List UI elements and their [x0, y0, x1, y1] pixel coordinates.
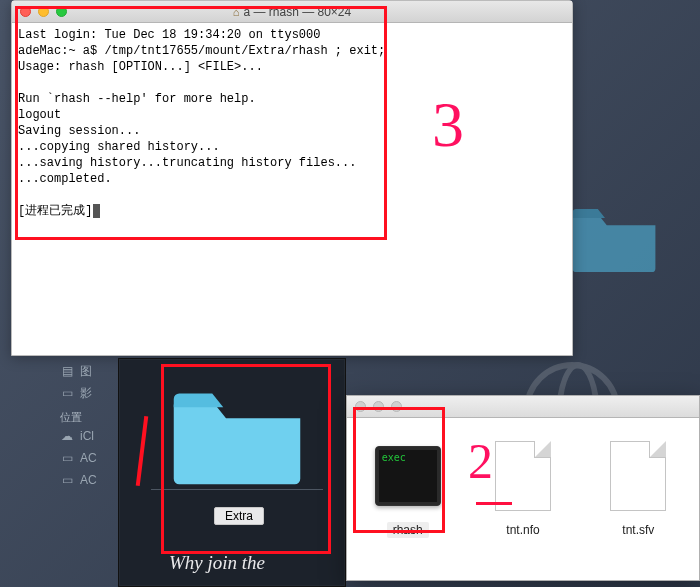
installer-tagline: Why join the: [169, 552, 265, 574]
sidebar-item[interactable]: ▭影: [60, 382, 120, 404]
terminal-line: Saving session...: [18, 124, 140, 138]
terminal-line: [进程已完成]: [18, 204, 92, 218]
terminal-title: ⌂a — rhash — 80×24: [12, 5, 572, 19]
extra-folder-icon[interactable]: [165, 377, 309, 487]
terminal-line: ...saving history...truncating history f…: [18, 156, 356, 170]
terminal-line: Last login: Tue Dec 18 19:34:20 on ttys0…: [18, 28, 320, 42]
finder-window: exec rhash tnt.nfo tnt.sfv: [346, 395, 700, 581]
close-icon[interactable]: [355, 401, 366, 412]
terminal-line: ...copying shared history...: [18, 140, 220, 154]
file-tnt-nfo[interactable]: tnt.nfo: [480, 438, 565, 538]
file-grid: exec rhash tnt.nfo tnt.sfv: [347, 418, 699, 558]
installer-panel: Extra Why join the: [118, 358, 346, 587]
background-folder-icon: [568, 200, 660, 272]
terminal-line: adeMac:~ a$ /tmp/tnt17655/mount/Extra/rh…: [18, 44, 385, 58]
terminal-window: ⌂a — rhash — 80×24 Last login: Tue Dec 1…: [11, 0, 573, 356]
document-icon: [610, 441, 666, 511]
file-rhash[interactable]: exec rhash: [365, 438, 450, 538]
document-icon: [495, 441, 551, 511]
sidebar-heading: 位置: [60, 410, 120, 425]
terminal-cursor: [93, 204, 100, 218]
file-label: rhash: [387, 522, 429, 538]
finder-sidebar: ▤图 ▭影 位置 ☁iCl ▭AC ▭AC: [60, 360, 120, 560]
sidebar-item[interactable]: ▭AC: [60, 469, 120, 491]
sidebar-item[interactable]: ▭AC: [60, 447, 120, 469]
file-tnt-sfv[interactable]: tnt.sfv: [596, 438, 681, 538]
exec-icon: exec: [375, 446, 441, 506]
finder-titlebar[interactable]: [347, 396, 699, 418]
extra-folder-label[interactable]: Extra: [214, 507, 264, 525]
movies-icon: ▭: [60, 386, 74, 400]
terminal-output[interactable]: Last login: Tue Dec 18 19:34:20 on ttys0…: [12, 23, 572, 223]
terminal-titlebar[interactable]: ⌂a — rhash — 80×24: [12, 1, 572, 23]
sidebar-item[interactable]: ☁iCl: [60, 425, 120, 447]
disk-icon: ▭: [60, 451, 74, 465]
maximize-icon[interactable]: [391, 401, 402, 412]
minimize-icon[interactable]: [38, 6, 49, 17]
minimize-icon[interactable]: [373, 401, 384, 412]
pictures-icon: ▤: [60, 364, 74, 378]
disk-icon: ▭: [60, 473, 74, 487]
file-label: tnt.sfv: [616, 522, 660, 538]
file-label: tnt.nfo: [500, 522, 545, 538]
sidebar-item[interactable]: ▤图: [60, 360, 120, 382]
terminal-line: logout: [18, 108, 61, 122]
terminal-line: Usage: rhash [OPTION...] <FILE>...: [18, 60, 263, 74]
folder-shelf: [151, 489, 323, 490]
home-icon: ⌂: [233, 6, 240, 18]
maximize-icon[interactable]: [56, 6, 67, 17]
terminal-line: ...completed.: [18, 172, 112, 186]
cloud-icon: ☁: [60, 429, 74, 443]
close-icon[interactable]: [20, 6, 31, 17]
terminal-line: Run `rhash --help' for more help.: [18, 92, 256, 106]
